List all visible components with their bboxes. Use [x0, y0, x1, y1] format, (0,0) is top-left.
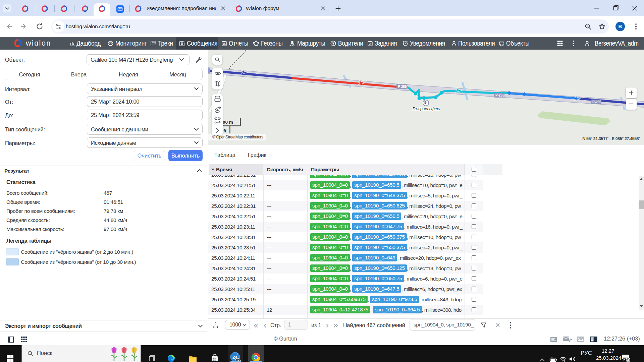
svg-text:Р-255: Р-255 — [398, 85, 407, 88]
svg-text:00 m: 00 m — [223, 120, 233, 125]
svg-text:.?.: .?. — [214, 322, 217, 326]
svg-text:ft: ft — [223, 128, 226, 133]
svg-text:4: 4 — [627, 358, 629, 362]
svg-text:Р-255: Р-255 — [495, 94, 504, 97]
svg-text:Газпромнефть: Газпромнефть — [413, 107, 440, 111]
svg-text:Р-255: Р-255 — [592, 100, 601, 104]
